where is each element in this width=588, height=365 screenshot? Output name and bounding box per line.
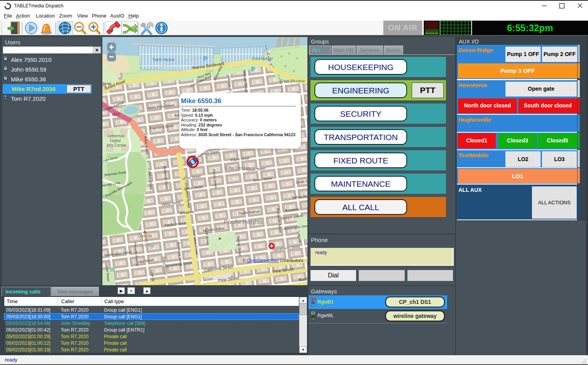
- svg-text:Pacific Heights: Pacific Heights: [224, 218, 262, 225]
- svg-text:Cannon: Cannon: [138, 233, 153, 238]
- svg-text:Yacht Harbor: Yacht Harbor: [152, 58, 175, 62]
- svg-text:P: P: [251, 66, 255, 73]
- svg-text:Accuracy: 0 meters: Accuracy: 0 meters: [181, 118, 217, 122]
- svg-text:Speed: 0.13 mph: Speed: 0.13 mph: [181, 113, 213, 118]
- svg-text:Address: 3035 Scott Street -: Address: 3035 Scott Street - San Francis…: [181, 132, 295, 137]
- svg-text:Cow Hollow: Cow Hollow: [225, 165, 250, 171]
- svg-text:Great Meadow: Great Meadow: [279, 79, 305, 83]
- svg-text:East Harbor: East Harbor: [252, 56, 273, 61]
- svg-text:Street: Street: [102, 82, 111, 86]
- svg-text:Arts Center: Arts Center: [107, 143, 126, 147]
- svg-text:Heading: 232 degrees: Heading: 232 degrees: [181, 123, 222, 127]
- svg-text:437: 437: [113, 112, 120, 117]
- svg-text:Hill: Hill: [142, 238, 148, 243]
- svg-text:P: P: [203, 56, 207, 62]
- svg-text:Digital: Digital: [110, 139, 121, 143]
- svg-text:Altitude: 0 feet: Altitude: 0 feet: [181, 127, 208, 132]
- svg-text:© OpenStreetMap contributors: © OpenStreetMap contributors: [242, 258, 303, 263]
- svg-text:Mike 6550.36: Mike 6550.36: [181, 97, 221, 105]
- svg-text:114 m: 114 m: [140, 243, 151, 247]
- svg-text:Letterman: Letterman: [107, 134, 125, 138]
- svg-text:Time: 18:55:06: Time: 18:55:06: [181, 108, 209, 112]
